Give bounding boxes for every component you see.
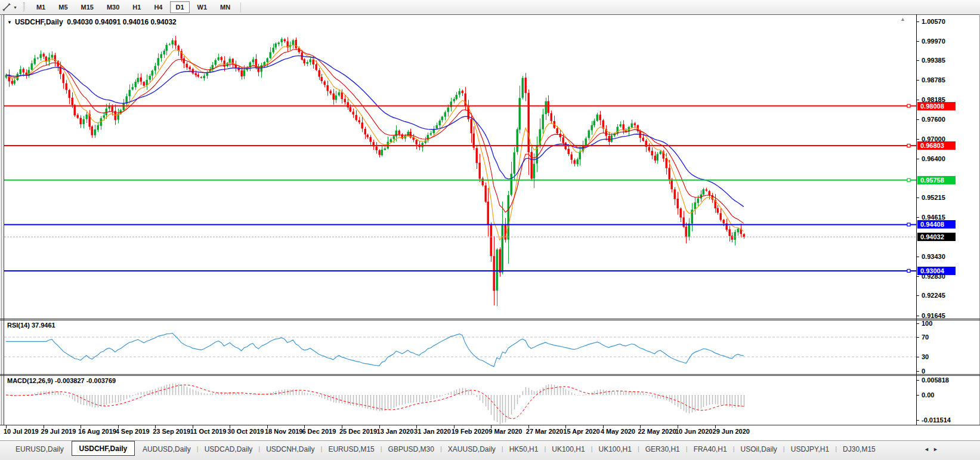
chart-tab-fra40-h1[interactable]: FRA40,H1 xyxy=(688,443,733,455)
tab-scroll-left-icon[interactable]: ◄ xyxy=(924,446,933,452)
chart-tab-usdcad-daily[interactable]: USDCAD,Daily xyxy=(199,443,259,455)
chart-tab-ger30-h1[interactable]: GER30,H1 xyxy=(639,443,686,455)
chart-tab-eurusd-daily[interactable]: EURUSD,Daily xyxy=(10,443,70,455)
chart-tab-usdcnh-daily[interactable]: USDCNH,Daily xyxy=(260,443,320,455)
chart-tab-uk100-h1[interactable]: UK100,H1 xyxy=(546,443,591,455)
tab-scroll-arrows[interactable]: ◄► xyxy=(924,446,942,452)
chart-tab-usoil-daily[interactable]: USOil,Daily xyxy=(735,443,783,455)
tab-scroll-right-icon[interactable]: ► xyxy=(933,446,942,452)
chart-tab-gbpusd-m30[interactable]: GBPUSD,M30 xyxy=(382,443,440,455)
chart-tab-usdjpy-h1[interactable]: USDJPY,H1 xyxy=(785,443,835,455)
chart-tab-usdchf-daily[interactable]: USDCHF,Daily xyxy=(72,441,135,456)
chart-tab-audusd-daily[interactable]: AUDUSD,Daily xyxy=(137,443,197,455)
chart-tab-dj30-m15[interactable]: DJ30,M15 xyxy=(837,443,882,455)
chart-tab-uk100-h1[interactable]: UK100,H1 xyxy=(593,443,638,455)
chart-tab-eurusd-m15[interactable]: EURUSD,M15 xyxy=(322,443,380,455)
chart-tab-hk50-h1[interactable]: HK50,H1 xyxy=(503,443,545,455)
chart-tab-bar: EURUSD,Daily|USDCHF,Daily|AUDUSD,Daily|U… xyxy=(0,440,980,460)
chart-canvas[interactable] xyxy=(0,0,980,460)
chart-tab-xauusd-daily[interactable]: XAUUSD,Daily xyxy=(442,443,502,455)
